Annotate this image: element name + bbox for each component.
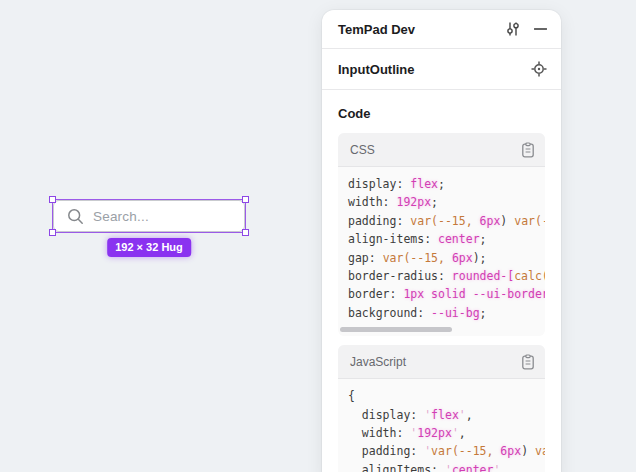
javascript-code[interactable]: { display: 'flex', width: '192px', paddi… bbox=[338, 379, 545, 472]
horizontal-scrollbar[interactable] bbox=[340, 327, 543, 332]
javascript-block-header: JavaScript bbox=[338, 345, 545, 379]
component-name: InputOutline bbox=[338, 62, 415, 77]
javascript-code-block: JavaScript { display: 'flex', width: '19… bbox=[338, 345, 545, 472]
search-input[interactable]: Search... bbox=[53, 200, 245, 232]
search-icon bbox=[67, 208, 84, 225]
css-block-label: CSS bbox=[350, 143, 375, 157]
scrollbar-thumb[interactable] bbox=[340, 327, 452, 332]
tempad-dev-panel: TemPad Dev InputOutline bbox=[322, 10, 561, 472]
search-placeholder: Search... bbox=[93, 209, 149, 224]
component-row: InputOutline bbox=[322, 49, 561, 90]
css-block-header: CSS bbox=[338, 133, 545, 167]
figma-canvas-screen: Search... 192 × 32 Hug TemPad Dev bbox=[0, 0, 636, 472]
dimension-badge: 192 × 32 Hug bbox=[107, 238, 191, 257]
minimize-icon[interactable] bbox=[534, 21, 547, 37]
panel-header: TemPad Dev bbox=[322, 10, 561, 49]
css-code[interactable]: display: flex;width: 192px;padding: var(… bbox=[338, 167, 545, 336]
css-code-block: CSS display: flex;width: 192px;padding: … bbox=[338, 133, 545, 336]
panel-title: TemPad Dev bbox=[338, 22, 415, 37]
code-section-title: Code bbox=[338, 106, 545, 121]
locate-icon[interactable] bbox=[531, 61, 547, 77]
javascript-block-label: JavaScript bbox=[350, 355, 406, 369]
copy-icon[interactable] bbox=[521, 354, 535, 370]
sliders-icon[interactable] bbox=[505, 21, 521, 37]
copy-icon[interactable] bbox=[521, 142, 535, 158]
